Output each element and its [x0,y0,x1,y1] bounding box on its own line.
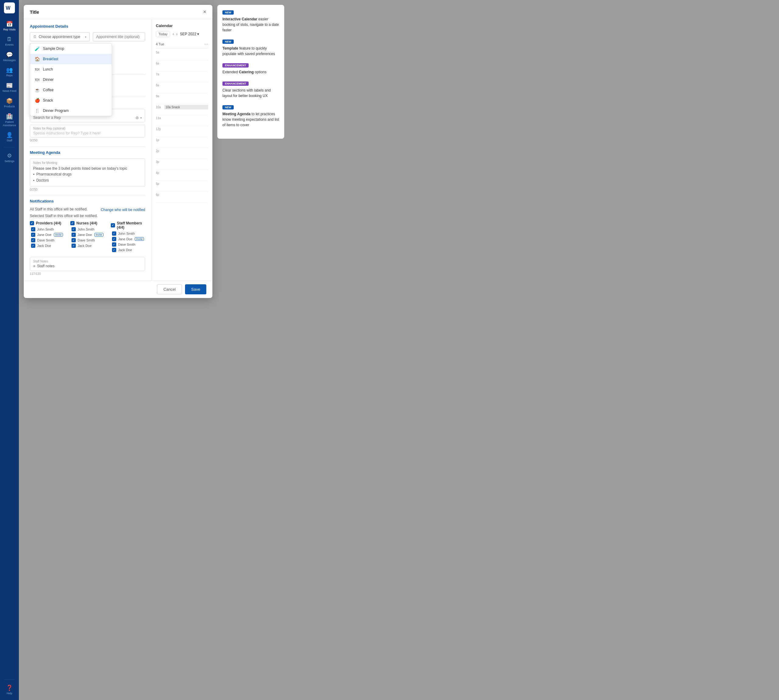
news-text-1: Interactive Calendar easier booking of s… [222,17,279,33]
staff-jack-checkbox[interactable]: ✓ [112,248,116,252]
staff-jack-doe: ✓ Jack Doe [111,248,145,252]
sidebar-item-news-feed[interactable]: 📰 News Feed [0,80,19,95]
products-icon: 📦 [6,98,13,104]
sidebar-item-products[interactable]: 📦 Products [0,95,19,111]
sidebar-item-help[interactable]: ❓ Help [4,682,15,698]
sidebar-item-reps-label: Reps [6,74,12,77]
clear-icon[interactable]: ⊗ [135,115,139,120]
news-item-3: ENHANCEMENT Extended Catering options [222,63,279,75]
sidebar-item-settings[interactable]: ⚙ Settings [0,150,19,165]
sidebar-item-reps[interactable]: 👥 Reps [0,64,19,80]
appointment-title-input[interactable] [93,32,145,42]
nurses-col: ✓ Nurses (4/4) ✓ John Smith ✓ Jane Doe [70,221,105,253]
provider-jane-invite-badge: Invite [54,233,63,237]
nurse-jack-checkbox[interactable]: ✓ [72,243,76,248]
calendar-next-button[interactable]: › [176,32,177,36]
rep-notes-placeholder: Special instructions for Rep? Type it he… [33,131,142,135]
cancel-button[interactable]: Cancel [157,284,182,294]
dropdown-label-snack: Snack [43,98,53,102]
dropdown-label-coffee: Coffee [43,88,53,92]
cal-time-8a: 8a [156,83,163,87]
save-button[interactable]: Save [185,284,206,294]
news-feed-icon: 📰 [6,82,13,89]
dropdown-item-coffee[interactable]: ☕ Coffee [30,85,112,95]
provider-jane-name: Jane Doe [37,233,52,237]
news-item-1: NEW Interactive Calendar easier booking … [222,10,279,33]
dropdown-item-breakfast[interactable]: 🏠 Breakfast [30,54,112,64]
meeting-agenda-title: Meeting Agenda [30,150,145,155]
cal-row-5a: 5a [156,50,208,60]
nurse-dave-checkbox[interactable]: ✓ [72,238,76,242]
appointment-type-dropdown[interactable]: 🗓 Choose appointment type ▾ [30,32,90,42]
cal-time-5p: 5p [156,182,163,185]
sidebar-item-events[interactable]: 🗓 Events [0,34,19,49]
cal-row-1p: 1p [156,137,208,148]
messages-icon: 💬 [6,52,13,58]
sidebar-item-help-label: Help [7,692,12,695]
sidebar-item-staff[interactable]: 👤 Staff [0,129,19,145]
staff-dave-checkbox[interactable]: ✓ [112,242,116,247]
rep-search-input[interactable] [33,115,135,120]
staff-notes-field[interactable]: Staff Notes ≡ Staff notes [30,257,145,271]
staff-john-checkbox[interactable]: ✓ [112,232,116,236]
sidebar-item-staff-label: Staff [7,139,12,142]
modal-body: Appointment Details 🗓 Choose appointment… [24,19,212,280]
dropdown-item-lunch[interactable]: 🍽 Lunch [30,64,112,75]
calendar-month-label: SEP 2022 [180,32,196,36]
bullet-2: • Doctors [33,178,142,184]
news-item-4: ENHANCEMENT Clear sections with labels a… [222,81,279,98]
left-panel: Appointment Details 🗓 Choose appointment… [24,19,152,280]
sample-drop-icon: 🧪 [34,46,40,51]
rep-notes-label: Notes for Rep (optional) [33,127,142,130]
staff-jane-checkbox[interactable]: ✓ [112,237,116,241]
staff-notes-row: ≡ Staff notes [33,264,142,268]
dropdown-item-dinner-program[interactable]: 🍴 Dinner Program [30,105,112,116]
calendar-title: Calendar [156,23,208,28]
cal-row-4p: 4p [156,170,208,181]
agenda-field[interactable]: Notes for Meeting Please see the 3 bulle… [30,158,145,187]
calendar-more-icon[interactable]: ··· [204,42,208,47]
sidebar-item-rep-visits[interactable]: 📅 Rep Visits [0,18,19,34]
divider-4 [30,195,145,195]
change-notified-link[interactable]: Change who will be notified [101,208,145,212]
staff-notes-label: Staff Notes [33,260,142,263]
provider-jack-checkbox[interactable]: ✓ [31,243,35,248]
cal-time-5a: 5a [156,50,163,54]
rep-dropdown-chevron-icon[interactable]: ▾ [140,116,142,120]
provider-jane-doe: ✓ Jane Doe Invite [30,233,64,237]
divider-3 [30,146,145,147]
provider-dave-smith: ✓ Dave Smith [30,238,64,242]
staff-members-col: ✓ Staff Members (4/4) ✓ John Smith ✓ Jan… [111,221,145,253]
dropdown-label-dinner: Dinner [43,78,53,82]
modal-title: Title [30,10,39,15]
calendar-today-button[interactable]: Today [156,31,170,37]
staff-john-name: John Smith [118,232,135,235]
cal-time-6p: 6p [156,192,163,197]
nurse-john-checkbox[interactable]: ✓ [72,227,76,232]
staff-john-smith: ✓ John Smith [111,232,145,236]
sidebar-item-patient-assistance[interactable]: 🏥 Patient Assistance [0,111,19,130]
nurse-jack-name: Jack Doe [78,244,92,248]
appointment-details-title: Appointment Details [30,24,145,28]
sidebar-item-news-feed-label: News Feed [2,89,17,93]
news-panel: NEW Interactive Calendar easier booking … [217,5,284,139]
notifications-title: Notifications [30,199,145,203]
dropdown-item-snack[interactable]: 🍎 Snack [30,95,112,105]
snack-icon: 🍎 [34,98,40,103]
calendar-prev-button[interactable]: ‹ [172,32,174,36]
news-text-3: Extended Catering options [222,69,279,75]
modal-close-button[interactable]: × [203,9,206,15]
nurses-checkbox[interactable]: ✓ [70,221,75,225]
provider-john-checkbox[interactable]: ✓ [31,227,35,232]
sidebar-item-messages[interactable]: 💬 Messages [0,49,19,65]
staff-members-checkbox[interactable]: ✓ [111,223,115,227]
nurse-jane-checkbox[interactable]: ✓ [72,233,76,237]
dropdown-item-sample-drop[interactable]: 🧪 Sample Drop [30,43,112,54]
providers-checkbox[interactable]: ✓ [30,221,34,225]
dropdown-item-dinner[interactable]: 🍽 Dinner [30,75,112,85]
provider-dave-checkbox[interactable]: ✓ [31,238,35,242]
provider-jane-checkbox[interactable]: ✓ [31,233,35,237]
cal-event-snack[interactable]: 10a Snack [164,105,208,110]
sidebar-item-events-label: Events [5,43,14,47]
sidebar-item-messages-label: Messages [3,59,15,62]
